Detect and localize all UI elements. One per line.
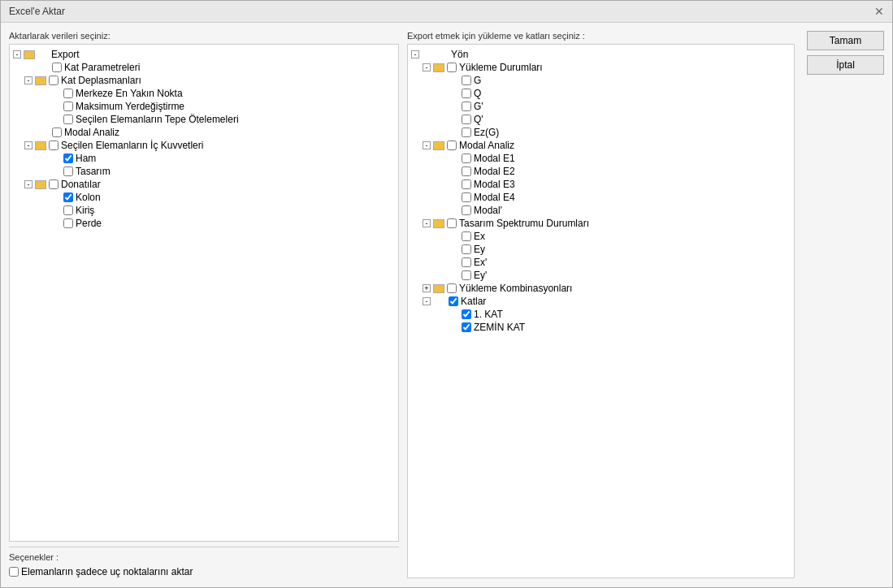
checkbox-gprime[interactable]	[462, 102, 471, 111]
label-modal-analiz-r[interactable]: Modal Analiz	[459, 140, 514, 151]
checkbox-modal-prime[interactable]	[462, 205, 471, 215]
label-modal-analiz-l[interactable]: Modal Analiz	[64, 127, 119, 138]
tree-item-katlar: -Katlar	[411, 295, 791, 308]
checkbox-kat-desplasmanlari[interactable]	[49, 76, 59, 85]
checkbox-qprime[interactable]	[462, 115, 471, 124]
checkbox-kat-1[interactable]	[462, 309, 471, 319]
dialog-body: Aktarlarak verileri seçiniz: -ExportKat …	[1, 23, 892, 586]
checkbox-ezg[interactable]	[462, 128, 471, 137]
checkbox-donatilar[interactable]	[49, 179, 59, 189]
checkbox-yukleme-durumlari[interactable]	[447, 63, 457, 72]
tamam-button[interactable]: Tamam	[807, 31, 884, 50]
checkbox-secilen-tepe[interactable]	[63, 115, 73, 124]
label-donatilar[interactable]: Donatılar	[61, 179, 101, 190]
label-g[interactable]: G	[474, 75, 481, 86]
option-label-uc-noktalari[interactable]: Elemanların şadece uç noktalarını aktar	[21, 566, 193, 577]
checkbox-g[interactable]	[462, 76, 471, 85]
label-ex[interactable]: Ex	[474, 231, 485, 242]
label-kat-parametreleri[interactable]: Kat Parametreleri	[64, 62, 140, 73]
tree-item-ex: Ex	[411, 230, 791, 243]
left-panel: Aktarlarak verileri seçiniz: -ExportKat …	[9, 31, 399, 578]
checkbox-yukleme-kombinasyon[interactable]	[447, 283, 457, 293]
label-export[interactable]: Export	[51, 49, 80, 60]
label-katlar[interactable]: Katlar	[461, 296, 486, 307]
label-kat-desplasmanlari[interactable]: Kat Deplasmanları	[61, 75, 141, 86]
folder-icon-tasarim-spektrum	[433, 219, 444, 228]
close-icon[interactable]: ✕	[874, 6, 884, 17]
label-maksimum-yerdes[interactable]: Maksimum Yerdeğiştirme	[76, 101, 184, 112]
label-kat-1[interactable]: 1. KAT	[474, 309, 503, 320]
tree-item-exprime: Ex'	[411, 256, 791, 269]
label-eyprime[interactable]: Ey'	[474, 270, 487, 281]
collapse-btn-secilen-ic[interactable]: -	[24, 141, 33, 149]
tree-item-ey: Ey	[411, 243, 791, 256]
checkbox-kolon[interactable]	[63, 192, 73, 202]
label-ey[interactable]: Ey	[474, 244, 485, 255]
label-modal-e2[interactable]: Modal E2	[474, 166, 515, 177]
checkbox-eyprime[interactable]	[462, 270, 471, 280]
checkbox-modal-analiz-r[interactable]	[447, 141, 457, 150]
checkbox-tasarim-l[interactable]	[63, 166, 73, 176]
collapse-btn-export[interactable]: -	[13, 50, 21, 58]
checkbox-modal-e1[interactable]	[462, 153, 471, 163]
title-bar: Excel'e Aktar ✕	[1, 1, 892, 23]
collapse-btn-yukleme-durumlari[interactable]: -	[423, 63, 431, 71]
checkbox-maksimum-yerdes[interactable]	[63, 102, 73, 111]
label-kolon[interactable]: Kolon	[76, 192, 101, 203]
label-zemin-kat[interactable]: ZEMİN KAT	[474, 322, 525, 333]
left-tree: -ExportKat Parametreleri-Kat Deplasmanla…	[9, 44, 399, 542]
collapse-btn-katlar[interactable]: -	[423, 297, 431, 305]
checkbox-merkeze-en-yakin[interactable]	[63, 89, 73, 98]
collapse-btn-yon[interactable]: -	[411, 50, 419, 58]
collapse-btn-tasarim-spektrum[interactable]: -	[423, 219, 431, 227]
iptal-button[interactable]: İptal	[807, 55, 884, 75]
option-checkbox-uc-noktalari[interactable]	[9, 567, 19, 577]
collapse-btn-yukleme-kombinasyon[interactable]: +	[423, 284, 431, 292]
label-kiris[interactable]: Kiriş	[76, 205, 94, 216]
label-yukleme-durumlari[interactable]: Yükleme Durumları	[459, 62, 543, 73]
label-modal-e4[interactable]: Modal E4	[474, 192, 515, 203]
label-perde[interactable]: Perde	[76, 218, 102, 229]
checkbox-kat-parametreleri[interactable]	[52, 63, 62, 72]
checkbox-modal-e4[interactable]	[462, 192, 471, 202]
collapse-btn-donatilar[interactable]: -	[24, 180, 33, 188]
label-ham[interactable]: Ham	[76, 153, 96, 164]
label-tasarim-l[interactable]: Tasarım	[76, 166, 111, 177]
checkbox-zemin-kat[interactable]	[462, 322, 471, 332]
checkbox-modal-analiz-l[interactable]	[52, 128, 62, 137]
label-yukleme-kombinasyon[interactable]: Yükleme Kombinasyonları	[459, 283, 572, 294]
checkbox-modal-e2[interactable]	[462, 166, 471, 176]
label-secilen-ic[interactable]: Seçilen Elemanların İç Kuvvetleri	[61, 140, 203, 151]
checkbox-katlar[interactable]	[449, 296, 458, 306]
label-modal-e1[interactable]: Modal E1	[474, 153, 515, 164]
label-ezg[interactable]: Ez(G)	[474, 127, 499, 138]
label-yon[interactable]: Yön	[451, 49, 468, 60]
tree-item-zemin-kat: ZEMİN KAT	[411, 321, 791, 334]
label-qprime[interactable]: Q'	[474, 114, 483, 125]
collapse-btn-modal-analiz-r[interactable]: -	[423, 141, 431, 149]
checkbox-tasarim-spektrum[interactable]	[447, 218, 457, 228]
checkbox-kiris[interactable]	[63, 205, 73, 215]
checkbox-secilen-ic[interactable]	[49, 141, 59, 150]
collapse-btn-kat-desplasmanlari[interactable]: -	[24, 76, 33, 84]
checkbox-exprime[interactable]	[462, 257, 471, 267]
label-modal-e3[interactable]: Modal E3	[474, 179, 515, 190]
label-q[interactable]: Q	[474, 88, 481, 99]
label-modal-prime[interactable]: Modal'	[474, 205, 502, 216]
right-panel-label: Export etmek için yükleme ve katları seç…	[407, 31, 795, 41]
label-tasarim-spektrum[interactable]: Tasarım Spektrumu Durumları	[459, 218, 589, 229]
label-merkeze-en-yakin[interactable]: Merkeze En Yakın Nokta	[76, 88, 183, 99]
checkbox-perde[interactable]	[63, 218, 73, 228]
label-gprime[interactable]: G'	[474, 101, 483, 112]
tree-item-perde: Perde	[13, 217, 395, 230]
label-secilen-tepe[interactable]: Seçilen Elemanların Tepe Ötelemeleri	[76, 114, 239, 125]
tree-item-tasarim-spektrum: -Tasarım Spektrumu Durumları	[411, 217, 791, 230]
checkbox-ham[interactable]	[63, 153, 73, 163]
checkbox-q[interactable]	[462, 89, 471, 98]
tree-item-modal-e2: Modal E2	[411, 165, 791, 178]
folder-icon-yukleme-durumlari	[433, 63, 444, 72]
checkbox-ex[interactable]	[462, 231, 471, 241]
checkbox-modal-e3[interactable]	[462, 179, 471, 189]
checkbox-ey[interactable]	[462, 244, 471, 254]
label-exprime[interactable]: Ex'	[474, 257, 487, 268]
